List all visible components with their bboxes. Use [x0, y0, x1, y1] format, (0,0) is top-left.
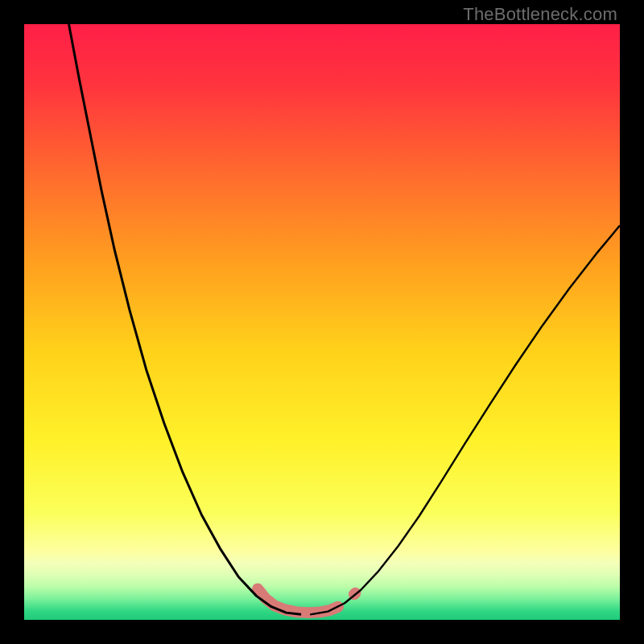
- curve-layer: [24, 24, 620, 620]
- chart-frame: TheBottleneck.com: [0, 0, 644, 644]
- series-left-arm: [69, 24, 302, 614]
- watermark-text: TheBottleneck.com: [463, 4, 617, 25]
- plot-area: [24, 24, 620, 620]
- series-bottom-marker-band: [258, 589, 338, 613]
- series-right-arm: [310, 225, 620, 614]
